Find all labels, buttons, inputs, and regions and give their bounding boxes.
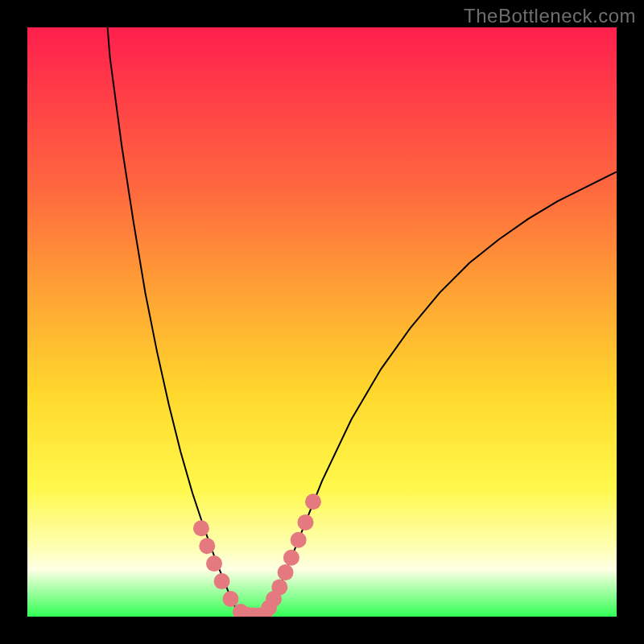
watermark-text: TheBottleneck.com — [464, 5, 636, 27]
marker-group — [193, 493, 321, 617]
data-marker — [199, 538, 215, 554]
curve-right — [266, 171, 617, 615]
data-marker — [223, 591, 239, 607]
data-marker — [305, 493, 321, 510]
curve-left — [108, 27, 243, 615]
chart-svg — [27, 27, 617, 617]
data-marker — [283, 550, 299, 566]
chart-frame: TheBottleneck.com — [0, 0, 644, 644]
data-marker — [193, 520, 209, 536]
data-marker — [271, 579, 287, 595]
data-marker — [206, 555, 222, 572]
data-marker — [278, 564, 294, 580]
data-marker — [298, 514, 314, 530]
plot-area — [27, 27, 617, 617]
data-marker — [214, 573, 230, 589]
data-marker — [291, 532, 307, 548]
